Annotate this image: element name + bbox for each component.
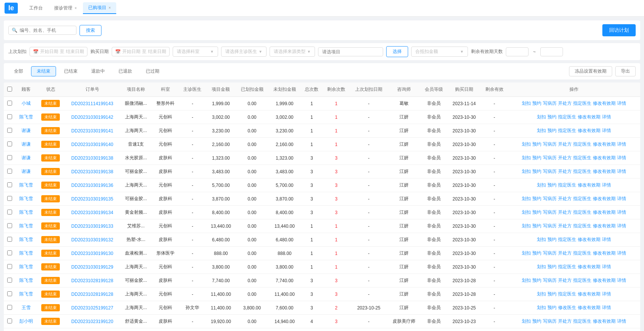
row-checkbox-1[interactable]: [7, 114, 12, 119]
action-指定医生-10[interactable]: 指定医生: [558, 237, 576, 242]
row-checkbox-10[interactable]: [7, 237, 12, 242]
action-指定医生-1[interactable]: 指定医生: [558, 114, 576, 120]
row-checkbox-16[interactable]: [7, 319, 12, 323]
action-开处方-7[interactable]: 开处方: [558, 196, 572, 201]
action-详情-3[interactable]: 详情: [617, 141, 626, 147]
action-详情-10[interactable]: 详情: [602, 237, 611, 242]
action-写病历-9[interactable]: 写病历: [543, 223, 557, 228]
row-checkbox-4[interactable]: [7, 155, 12, 160]
action-详情-5[interactable]: 详情: [617, 169, 626, 174]
tab-close-已购项目[interactable]: ×: [109, 6, 111, 10]
status-tab-未结束[interactable]: 未结束: [31, 66, 56, 76]
action-开处方-3[interactable]: 开处方: [558, 141, 572, 147]
action-预约-11[interactable]: 预约: [532, 250, 541, 256]
huifang-button[interactable]: 回访计划: [602, 24, 636, 36]
action-写病历-13[interactable]: 写病历: [543, 278, 557, 283]
action-指定医生-12[interactable]: 指定医生: [558, 264, 576, 269]
action-详情-14[interactable]: 详情: [602, 291, 611, 297]
row-checkbox-0[interactable]: [7, 101, 12, 106]
action-指定医生-16[interactable]: 指定医生: [573, 319, 591, 324]
row-checkbox-7[interactable]: [7, 196, 12, 201]
action-指定医生-4[interactable]: 指定医生: [573, 155, 591, 160]
action-指定医生-0[interactable]: 指定医生: [573, 101, 591, 106]
action-划扣-15[interactable]: 划扣: [537, 305, 546, 310]
action-预约-13[interactable]: 预约: [532, 278, 541, 283]
action-详情-4[interactable]: 详情: [617, 155, 626, 160]
action-开处方-5[interactable]: 开处方: [558, 169, 572, 174]
buy-date-range[interactable]: 📅 开始日期 至 结束日期: [112, 47, 170, 56]
action-指定医生-6[interactable]: 指定医生: [558, 182, 576, 188]
action-划扣-14[interactable]: 划扣: [537, 291, 546, 297]
row-checkbox-13[interactable]: [7, 278, 12, 283]
action-预约-15[interactable]: 预约: [547, 305, 557, 310]
action-开处方-11[interactable]: 开处方: [558, 250, 572, 256]
lai-yuan-select[interactable]: 请选择来源类型 ▼: [270, 47, 315, 57]
action-修改有效期-5[interactable]: 修改有效期: [593, 169, 616, 174]
action-修改有效期-14[interactable]: 修改有效期: [578, 291, 600, 297]
action-预约-5[interactable]: 预约: [532, 169, 541, 174]
action-预约-14[interactable]: 预约: [547, 291, 557, 297]
status-tab-退款中[interactable]: 退款中: [86, 66, 111, 76]
jin-e-select[interactable]: 合抵扣金额 ▼: [411, 47, 468, 57]
action-修改有效期-15[interactable]: 修改有效期: [578, 305, 600, 310]
status-tab-已退款[interactable]: 已退款: [113, 66, 138, 76]
row-checkbox-3[interactable]: [7, 141, 12, 146]
action-开处方-9[interactable]: 开处方: [558, 223, 572, 228]
action-预约-16[interactable]: 预约: [532, 319, 541, 324]
action-写病历-3[interactable]: 写病历: [543, 141, 557, 147]
action-修改有效期-3[interactable]: 修改有效期: [593, 141, 616, 147]
action-划扣-6[interactable]: 划扣: [537, 182, 546, 188]
action-指定医生-2[interactable]: 指定医生: [558, 128, 576, 133]
action-修改有效期-8[interactable]: 修改有效期: [593, 210, 616, 215]
action-详情-13[interactable]: 详情: [617, 278, 626, 283]
zhu-zhen-select[interactable]: 请选择主诊医生 ▼: [221, 47, 267, 57]
action-详情-7[interactable]: 详情: [617, 196, 626, 201]
action-写病历-5[interactable]: 写病历: [543, 169, 557, 174]
action-划扣-0[interactable]: 划扣: [522, 101, 531, 106]
action-写病历-4[interactable]: 写病历: [543, 155, 557, 160]
action-开处方-8[interactable]: 开处方: [558, 210, 572, 215]
action-修改有效期-11[interactable]: 修改有效期: [593, 250, 616, 256]
action-划扣-4[interactable]: 划扣: [522, 155, 531, 160]
action-预约-2[interactable]: 预约: [547, 128, 557, 133]
select-button[interactable]: 选择: [386, 46, 408, 57]
action-详情-8[interactable]: 详情: [617, 210, 626, 215]
xiang-mu-input[interactable]: [318, 47, 383, 56]
action-指定医生-7[interactable]: 指定医生: [573, 196, 591, 201]
action-划扣-12[interactable]: 划扣: [537, 264, 546, 269]
action-详情-1[interactable]: 详情: [602, 114, 611, 120]
row-checkbox-6[interactable]: [7, 182, 12, 187]
ke-shi-select[interactable]: 请选择科室 ▼: [173, 47, 218, 57]
action-详情-15[interactable]: 详情: [602, 305, 611, 310]
action-修改有效期-1[interactable]: 修改有效期: [578, 114, 600, 120]
action-划扣-9[interactable]: 划扣: [522, 223, 531, 228]
action-修改有效期-4[interactable]: 修改有效期: [593, 155, 616, 160]
row-checkbox-2[interactable]: [7, 128, 12, 133]
action-详情-2[interactable]: 详情: [602, 128, 611, 133]
action-修改有效期-2[interactable]: 修改有效期: [578, 128, 600, 133]
row-checkbox-14[interactable]: [7, 291, 12, 296]
action-划扣-11[interactable]: 划扣: [522, 250, 531, 256]
action-写病历-8[interactable]: 写病历: [543, 210, 557, 215]
row-checkbox-8[interactable]: [7, 210, 12, 214]
action-预约-0[interactable]: 预约: [532, 101, 541, 106]
action-详情-9[interactable]: 详情: [617, 223, 626, 228]
export-button[interactable]: 导出: [615, 66, 636, 76]
action-划扣-16[interactable]: 划扣: [522, 319, 531, 324]
search-input-wrap[interactable]: 🔍: [8, 26, 76, 35]
search-input[interactable]: [20, 28, 73, 33]
row-checkbox-11[interactable]: [7, 250, 12, 255]
action-划扣-3[interactable]: 划扣: [522, 141, 531, 147]
action-详情-0[interactable]: 详情: [617, 101, 626, 106]
tab-已购项目[interactable]: 已购项目×: [83, 2, 116, 14]
action-详情-16[interactable]: 详情: [617, 319, 626, 324]
action-预约-8[interactable]: 预约: [532, 210, 541, 215]
action-划扣-8[interactable]: 划扣: [522, 210, 531, 215]
status-tab-已结束[interactable]: 已结束: [58, 66, 83, 76]
action-修改有效期-16[interactable]: 修改有效期: [593, 319, 616, 324]
action-修改医生-15[interactable]: 修改医生: [558, 305, 576, 310]
action-修改有效期-13[interactable]: 修改有效期: [593, 278, 616, 283]
action-指定医生-8[interactable]: 指定医生: [573, 210, 591, 215]
range-input-max[interactable]: [540, 47, 563, 56]
tab-close-接诊管理[interactable]: ×: [75, 6, 77, 10]
